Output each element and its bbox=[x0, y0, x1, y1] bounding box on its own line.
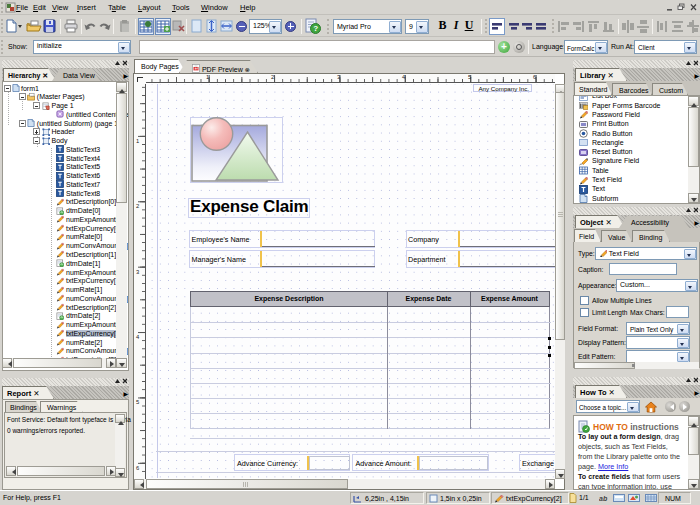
svg-text:ab: ab bbox=[599, 495, 608, 502]
svg-text:?: ? bbox=[313, 24, 318, 33]
